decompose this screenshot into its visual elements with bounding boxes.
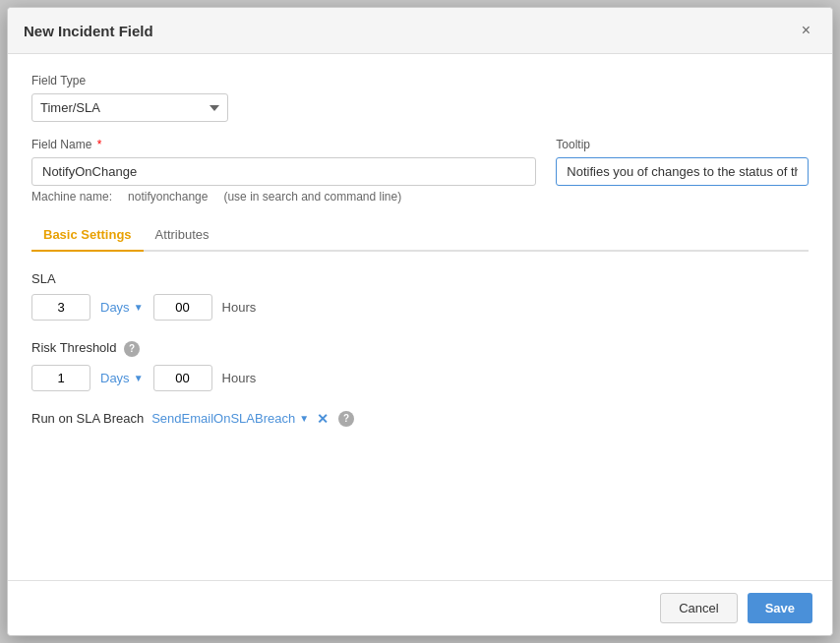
field-name-tooltip-row: Field Name * Machine name: notifyonchang… xyxy=(31,138,809,204)
tab-attributes[interactable]: Attributes xyxy=(144,219,221,252)
field-type-select[interactable]: Timer/SLATextNumberDateBoolean xyxy=(31,93,228,122)
risk-threshold-help-icon[interactable]: ? xyxy=(124,341,140,357)
sla-hours-input[interactable] xyxy=(153,294,212,321)
breach-label: Run on SLA Breach xyxy=(31,411,144,426)
risk-threshold-input-row: Days ▼ Hours xyxy=(31,365,809,391)
risk-hours-label: Hours xyxy=(222,371,257,385)
field-type-label: Field Type xyxy=(31,74,809,88)
tabs-nav: Basic Settings Attributes xyxy=(31,219,809,252)
sla-section: SLA Days ▼ Hours xyxy=(31,271,809,321)
breach-help-icon[interactable]: ? xyxy=(338,411,354,427)
risk-days-input[interactable] xyxy=(31,365,90,391)
save-button[interactable]: Save xyxy=(748,593,812,623)
sla-days-input[interactable] xyxy=(31,294,90,321)
tooltip-col: Tooltip xyxy=(556,138,809,204)
run-on-breach-section: Run on SLA Breach SendEmailOnSLABreach ▼… xyxy=(31,411,809,427)
basic-settings-content: SLA Days ▼ Hours Risk Threshold xyxy=(31,271,809,427)
machine-name-row: Machine name: notifyonchange (use in sea… xyxy=(31,190,536,204)
dialog-title: New Incident Field xyxy=(24,23,153,39)
risk-threshold-section: Risk Threshold ? Days ▼ Hours xyxy=(31,340,809,391)
tabs-section: Basic Settings Attributes SLA Days ▼ xyxy=(31,219,809,427)
dialog-header: New Incident Field × xyxy=(8,8,832,54)
breach-remove-icon[interactable]: ✕ xyxy=(317,411,329,427)
machine-name-hint: (use in search and command line) xyxy=(223,190,401,204)
dialog-body: Field Type Timer/SLATextNumberDateBoolea… xyxy=(8,54,832,580)
required-star: * xyxy=(97,138,102,151)
sla-days-dropdown[interactable]: Days ▼ xyxy=(100,300,144,315)
sla-days-arrow-icon: ▼ xyxy=(134,302,144,313)
risk-days-dropdown[interactable]: Days ▼ xyxy=(100,371,144,385)
risk-threshold-label-row: Risk Threshold ? xyxy=(31,340,809,357)
field-type-section: Field Type Timer/SLATextNumberDateBoolea… xyxy=(31,74,809,122)
dialog-footer: Cancel Save xyxy=(8,580,832,635)
field-type-select-wrapper: Timer/SLATextNumberDateBoolean xyxy=(31,93,228,122)
tooltip-input[interactable] xyxy=(556,157,809,186)
sla-label: SLA xyxy=(31,271,809,286)
tab-basic-settings[interactable]: Basic Settings xyxy=(31,219,144,252)
field-name-input[interactable] xyxy=(31,157,536,186)
machine-name-prefix: Machine name: xyxy=(31,190,112,204)
sla-input-row: Days ▼ Hours xyxy=(31,294,809,321)
machine-name-value: notifyonchange xyxy=(128,190,208,204)
risk-hours-input[interactable] xyxy=(153,365,212,391)
new-incident-field-dialog: New Incident Field × Field Type Timer/SL… xyxy=(7,7,833,636)
breach-actions: ✕ ? xyxy=(317,411,354,427)
field-name-col: Field Name * Machine name: notifyonchang… xyxy=(31,138,536,204)
sla-hours-label: Hours xyxy=(222,300,257,315)
field-name-label: Field Name * xyxy=(31,138,536,151)
risk-days-arrow-icon: ▼ xyxy=(134,373,144,383)
breach-dropdown-arrow-icon: ▼ xyxy=(299,413,309,424)
tooltip-label: Tooltip xyxy=(556,138,809,151)
breach-value-dropdown[interactable]: SendEmailOnSLABreach ▼ xyxy=(151,411,309,426)
close-button[interactable]: × xyxy=(796,20,816,41)
cancel-button[interactable]: Cancel xyxy=(660,593,737,623)
